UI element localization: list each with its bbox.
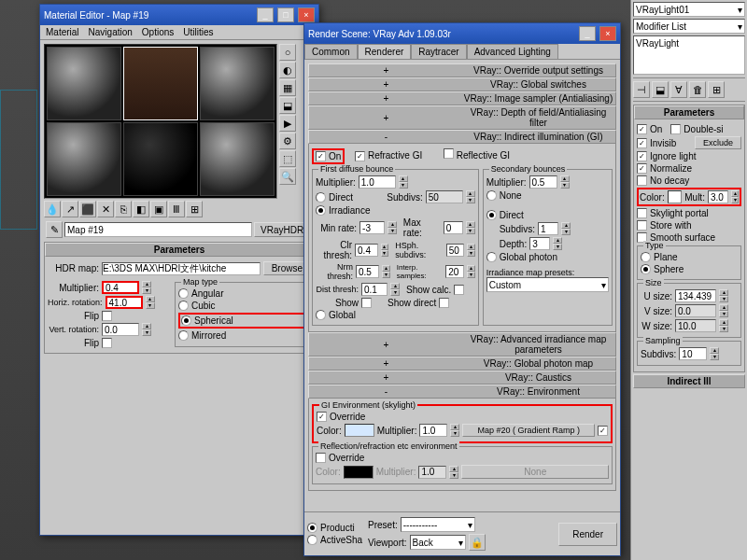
env-color[interactable]: [345, 424, 374, 437]
tool-nav[interactable]: ⊞: [186, 201, 203, 217]
slot-2-selected[interactable]: [123, 47, 198, 120]
hdr-path-input[interactable]: [102, 262, 261, 275]
maximize-btn[interactable]: □: [277, 7, 294, 22]
activesha-radio[interactable]: [307, 535, 317, 545]
mult-spinner[interactable]: ▴▾: [142, 281, 151, 294]
env-map-btn[interactable]: Map #20 ( Gradient Ramp ): [462, 424, 595, 437]
light-params[interactable]: Parameters: [634, 105, 744, 119]
roll-global[interactable]: +VRay:: Global switches: [308, 77, 616, 91]
remove-icon[interactable]: 🗑: [689, 81, 706, 98]
tool-uv[interactable]: ⬓: [279, 97, 296, 114]
roll-override[interactable]: +VRay:: Override output settings: [308, 63, 616, 77]
override2-chk[interactable]: [316, 453, 326, 463]
tab-advlight[interactable]: Advanced Lighting: [467, 44, 558, 59]
params-rollup[interactable]: Parameters: [45, 243, 314, 257]
tool-sibling[interactable]: ◧: [133, 201, 149, 217]
angular-radio[interactable]: [178, 288, 189, 299]
map-name-input[interactable]: [64, 222, 252, 237]
roll-env[interactable]: -VRay:: Environment: [308, 385, 616, 399]
tool-assign[interactable]: ⬛: [79, 201, 96, 217]
tool-video[interactable]: ▶: [279, 115, 296, 132]
roll-gi[interactable]: -VRay:: Indirect illumination (GI): [308, 130, 616, 144]
tool-reset[interactable]: ✕: [97, 201, 114, 217]
flip1-chk[interactable]: [102, 311, 112, 321]
minimize-btn[interactable]: _: [257, 7, 274, 22]
config-icon[interactable]: ⊞: [708, 81, 725, 98]
tool-backlight[interactable]: ◐: [279, 62, 296, 78]
gi-on-chk[interactable]: ✓: [316, 151, 326, 161]
tool-show[interactable]: ▣: [150, 201, 167, 217]
menu-options[interactable]: Options: [142, 27, 174, 37]
hrot-spinner[interactable]: ▴▾: [146, 296, 155, 309]
tool-copy[interactable]: ⎘: [115, 201, 132, 217]
fglobal-radio[interactable]: [316, 310, 326, 320]
slot-6[interactable]: [200, 122, 275, 196]
roll-adv[interactable]: +VRay:: Advanced irradiance map paramete…: [308, 332, 616, 357]
show-chk[interactable]: [361, 298, 372, 308]
vrot-input[interactable]: 0.0: [102, 323, 139, 336]
roll-gphoton[interactable]: +VRay:: Global photon map: [308, 357, 616, 371]
roll-sampler[interactable]: +VRay:: Image sampler (Antialiasing): [308, 91, 616, 105]
vrot-spinner[interactable]: ▴▾: [142, 323, 151, 336]
dbl-chk[interactable]: [670, 124, 681, 134]
skylight-chk[interactable]: [637, 208, 647, 218]
indirect-rollup[interactable]: Indirect Ill: [633, 374, 745, 388]
spherical-radio[interactable]: [181, 315, 191, 326]
exclude-btn[interactable]: Exclude: [695, 136, 741, 149]
hrot-input[interactable]: 41.0: [106, 296, 143, 309]
light-mult[interactable]: 3.0: [708, 190, 729, 203]
tool-get[interactable]: 💧: [44, 201, 61, 217]
slot-4[interactable]: [47, 122, 121, 196]
fmult-input[interactable]: 1.0: [359, 175, 396, 189]
nodecay-chk[interactable]: [637, 175, 647, 186]
close-btn[interactable]: ×: [298, 7, 315, 22]
showcalc-chk[interactable]: [454, 285, 464, 295]
tool-magnify[interactable]: 🔍: [279, 168, 296, 185]
lock-icon[interactable]: 🔒: [469, 534, 486, 551]
unique-icon[interactable]: ∀: [670, 81, 687, 98]
flip2-chk[interactable]: [102, 338, 112, 348]
slot-3[interactable]: [200, 47, 275, 120]
modifier-list[interactable]: Modifier List: [633, 19, 745, 34]
pin-icon[interactable]: ⊣: [633, 81, 650, 98]
sdirect-radio[interactable]: [486, 210, 497, 220]
tool-sample[interactable]: ○: [279, 44, 296, 61]
store-chk[interactable]: [637, 220, 647, 231]
irrad-radio[interactable]: [316, 205, 326, 216]
slot-5[interactable]: [123, 122, 198, 196]
tab-raytracer[interactable]: Raytracer: [411, 44, 466, 59]
showdirect-chk[interactable]: [439, 298, 449, 308]
slot-1[interactable]: [47, 47, 121, 120]
light-color[interactable]: [668, 190, 683, 203]
mat-titlebar[interactable]: Material Editor - Map #19 _ □ ×: [40, 5, 318, 25]
override-chk[interactable]: ✓: [317, 412, 327, 422]
obj-name[interactable]: VRayLight01: [633, 2, 745, 17]
snone-radio[interactable]: [486, 190, 497, 201]
roll-caustics[interactable]: +VRay:: Caustics: [308, 371, 616, 385]
tool-select[interactable]: ⬚: [279, 150, 296, 167]
pick-icon[interactable]: ✎: [46, 221, 63, 238]
roll-dof[interactable]: +VRay:: Depth of field/Antialiasing filt…: [308, 105, 616, 130]
render-btn[interactable]: Render: [558, 523, 617, 546]
viewport-dd[interactable]: Back: [410, 535, 466, 550]
tool-put[interactable]: ↗: [62, 201, 78, 217]
menu-utilities[interactable]: Utilities: [183, 27, 213, 37]
mirrored-radio[interactable]: [178, 330, 189, 341]
sphere-radio[interactable]: [641, 264, 651, 274]
refractive-chk[interactable]: ✓: [355, 151, 365, 161]
render-min-btn[interactable]: _: [579, 26, 596, 41]
producti-radio[interactable]: [307, 523, 317, 533]
stack[interactable]: VRayLight: [633, 35, 745, 75]
gphoton-radio[interactable]: [486, 252, 497, 262]
tool-ids[interactable]: Ⅲ: [168, 201, 185, 217]
tool-bg[interactable]: ▦: [279, 79, 296, 96]
render-titlebar[interactable]: Render Scene: VRay Adv 1.09.03r _ ×: [304, 23, 620, 44]
preset-dropdown[interactable]: Custom: [486, 277, 609, 292]
show-icon[interactable]: ⬓: [652, 81, 669, 98]
fdirect-radio[interactable]: [316, 192, 326, 203]
invis-chk[interactable]: ✓: [637, 138, 647, 148]
tab-common[interactable]: Common: [304, 44, 358, 59]
multiplier-input[interactable]: 0.4: [102, 281, 139, 294]
cubic-radio[interactable]: [178, 301, 189, 311]
ignore-chk[interactable]: ✓: [637, 151, 647, 161]
